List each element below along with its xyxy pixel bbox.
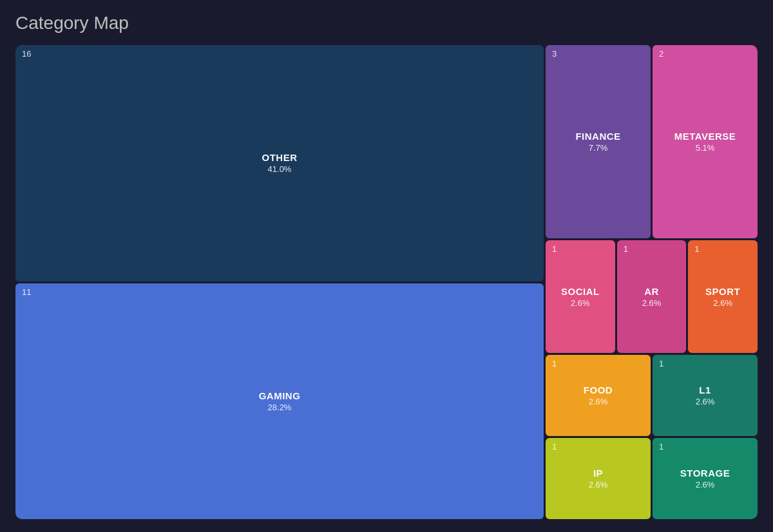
other-pct: 41.0% [268,164,292,174]
right-column: 3 FINANCE 7.7% 2 METAVERSE 5.1% 1 SOCIAL… [546,45,758,519]
chart-title: Category Map [15,13,758,33]
sport-label: SPORT [705,286,740,297]
sport-number: 1 [694,244,699,254]
gaming-number: 11 [22,287,31,297]
right-bottom-left: 1 FOOD 2.6% 1 IP 2.6% [546,355,651,519]
finance-number: 3 [552,49,557,59]
ar-label: AR [644,286,659,297]
food-number: 1 [552,359,557,368]
finance-label: FINANCE [575,131,620,142]
ip-number: 1 [552,442,557,451]
right-bottom-right: 1 L1 2.6% 1 STORAGE 2.6% [653,355,758,519]
cell-finance[interactable]: 3 FINANCE 7.7% [546,45,651,238]
gaming-pct: 28.2% [268,403,292,412]
storage-label: STORAGE [680,468,730,479]
right-mid-row: 1 SOCIAL 2.6% 1 AR 2.6% 1 SPORT 2.6% [546,240,758,353]
right-top-row: 3 FINANCE 7.7% 2 METAVERSE 5.1% [546,45,758,238]
cell-ar[interactable]: 1 AR 2.6% [617,240,687,353]
food-pct: 2.6% [589,397,608,406]
social-pct: 2.6% [571,298,590,308]
ar-number: 1 [624,244,628,254]
treemap-container: 16 OTHER 41.0% 11 GAMING 28.2% 3 FINANCE… [15,45,758,519]
finance-pct: 7.7% [589,143,608,153]
metaverse-label: METAVERSE [674,131,736,142]
storage-pct: 2.6% [696,480,715,489]
cell-sport[interactable]: 1 SPORT 2.6% [688,240,758,353]
sport-pct: 2.6% [713,298,732,308]
l1-pct: 2.6% [696,397,715,406]
left-column: 16 OTHER 41.0% 11 GAMING 28.2% [15,45,544,519]
gaming-label: GAMING [259,390,301,401]
l1-label: L1 [699,385,711,395]
right-bottom-section: 1 FOOD 2.6% 1 IP 2.6% 1 L1 2.6% 1 [546,355,758,519]
metaverse-pct: 5.1% [696,143,715,153]
l1-number: 1 [659,359,663,368]
metaverse-number: 2 [659,49,663,59]
food-label: FOOD [584,385,613,395]
cell-storage[interactable]: 1 STORAGE 2.6% [653,438,758,519]
other-number: 16 [22,49,31,59]
social-number: 1 [552,244,557,254]
social-label: SOCIAL [561,286,600,297]
ip-label: IP [593,468,603,479]
cell-social[interactable]: 1 SOCIAL 2.6% [546,240,615,353]
storage-number: 1 [659,442,663,451]
cell-other[interactable]: 16 OTHER 41.0% [15,45,544,281]
cell-l1[interactable]: 1 L1 2.6% [653,355,758,436]
cell-ip[interactable]: 1 IP 2.6% [546,438,651,519]
ip-pct: 2.6% [589,480,608,489]
ar-pct: 2.6% [642,298,662,308]
other-label: OTHER [262,152,298,163]
cell-food[interactable]: 1 FOOD 2.6% [546,355,651,436]
cell-gaming[interactable]: 11 GAMING 28.2% [15,283,544,520]
cell-metaverse[interactable]: 2 METAVERSE 5.1% [653,45,758,238]
